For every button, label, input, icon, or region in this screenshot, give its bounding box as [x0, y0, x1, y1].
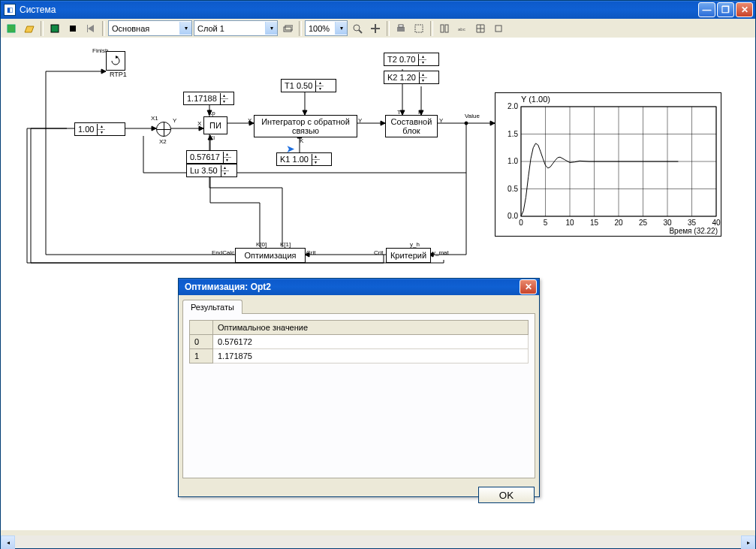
svg-text:35: 35	[688, 219, 697, 227]
port-label-k: K	[418, 109, 422, 116]
window-titlebar: ◧ Система — ❐ ✕	[1, 1, 755, 19]
window-title: Система	[20, 5, 698, 15]
app-window: ◧ Система — ❐ ✕ Основная▾ Слой 1▾ 100%▾ …	[0, 0, 756, 549]
optimization-block[interactable]: Оптимизация	[235, 248, 306, 263]
misc-button-2[interactable]	[490, 20, 507, 37]
minimize-button[interactable]: —	[698, 2, 715, 17]
ki-input[interactable]: 0.57617▴▾	[186, 150, 237, 164]
cursor-icon: ➤	[286, 143, 295, 155]
const-input[interactable]: 1.00▴▾	[74, 122, 125, 136]
ok-button[interactable]: OK	[478, 487, 535, 503]
chevron-down-icon: ▾	[335, 22, 347, 35]
port-label-x: X	[248, 117, 251, 124]
svg-text:0.0: 0.0	[508, 212, 518, 220]
grid-button[interactable]	[472, 20, 489, 37]
svg-line-9	[359, 30, 362, 33]
pan-button[interactable]	[367, 20, 384, 37]
svg-rect-3	[70, 26, 76, 32]
scroll-right-button[interactable]: ▸	[741, 535, 755, 549]
svg-text:Время (32.22): Время (32.22)	[669, 227, 718, 235]
results-header: Оптимальное значение	[213, 321, 529, 335]
port-label-x1: X1	[151, 115, 158, 122]
close-button[interactable]: ✕	[736, 2, 753, 17]
svg-marker-1	[25, 26, 34, 32]
pi-block[interactable]: ПИ	[203, 116, 227, 134]
open-button[interactable]	[21, 20, 38, 37]
port-label-t: T	[303, 109, 306, 116]
toolbar: Основная▾ Слой 1▾ 100%▾ abc	[1, 19, 755, 38]
rewind-button[interactable]	[83, 20, 99, 37]
criterion-block[interactable]: Критерий	[386, 248, 431, 263]
print-button[interactable]	[393, 20, 409, 37]
scroll-left-button[interactable]: ◂	[1, 535, 15, 549]
port-label-kp: Kp	[208, 110, 215, 116]
port-label-k1: K[1]	[280, 241, 291, 248]
misc-button-1[interactable]: abc	[454, 20, 471, 37]
port-label-y: Y	[173, 117, 176, 124]
svg-text:40: 40	[712, 219, 721, 227]
svg-rect-14	[445, 25, 448, 32]
port-label-ki: Ki	[209, 134, 215, 141]
t2-input[interactable]: T2 0.70▴▾	[384, 53, 439, 66]
lu-input[interactable]: Lu 3.50▴▾	[186, 164, 237, 177]
stop-button[interactable]	[65, 20, 81, 37]
horizontal-scrollbar[interactable]: ◂ ▸	[1, 535, 755, 548]
k1-input[interactable]: K1 1.00▴▾	[276, 152, 332, 166]
port-label-crit: Crit	[374, 249, 383, 256]
svg-text:2.0: 2.0	[508, 102, 518, 110]
dialog-title: Оптимизация: Opt2	[182, 282, 520, 292]
output-chart[interactable]: 05101520253035400.00.51.01.52.0Y (1.00)В…	[495, 92, 721, 237]
rtp-label: RTP1	[110, 71, 127, 78]
page-combo[interactable]: Основная▾	[108, 20, 192, 36]
k2-input[interactable]: K2 1.20▴▾	[384, 71, 439, 84]
results-table: Оптимальное значение 00.576172 11.171875	[189, 320, 529, 363]
summator[interactable]	[156, 122, 171, 137]
port-label-k0: K[0]	[256, 241, 267, 248]
svg-rect-11	[399, 25, 403, 27]
svg-text:10: 10	[565, 219, 574, 227]
tab-results[interactable]: Результаты	[182, 300, 242, 314]
layers-button[interactable]	[279, 20, 296, 37]
svg-text:0.5: 0.5	[508, 185, 518, 193]
svg-text:15: 15	[590, 219, 599, 227]
port-label-ymat: y_mat	[432, 249, 449, 256]
select-all-button[interactable]	[411, 20, 427, 37]
svg-text:5: 5	[544, 219, 548, 227]
dialog-close-button[interactable]: ✕	[520, 279, 537, 294]
t1-input[interactable]: T1 0.50▴▾	[281, 79, 336, 92]
chevron-down-icon: ▾	[179, 22, 191, 35]
svg-rect-0	[8, 25, 15, 32]
integrator-block[interactable]: Интегратор с обратной связью	[254, 115, 357, 137]
svg-text:20: 20	[614, 219, 623, 227]
run-button[interactable]	[47, 20, 63, 37]
port-label-crit: Crit	[306, 249, 315, 256]
port-label-yh: y_h	[410, 241, 420, 248]
svg-rect-5	[87, 25, 88, 32]
composite-block[interactable]: Составной блок	[385, 115, 438, 137]
port-label-value: Value	[465, 113, 480, 119]
svg-text:abc: abc	[458, 27, 465, 32]
zoom-button[interactable]	[349, 20, 366, 37]
kp-input[interactable]: 1.17188▴▾	[183, 92, 234, 105]
zoom-combo[interactable]: 100%▾	[305, 20, 348, 36]
new-button[interactable]	[3, 20, 20, 37]
svg-text:30: 30	[663, 219, 672, 227]
rtp-block[interactable]	[106, 51, 125, 71]
port-label-y: Y	[439, 117, 443, 124]
port-label-x2: X2	[159, 138, 167, 145]
svg-rect-10	[397, 27, 405, 32]
loop-icon	[110, 55, 122, 67]
svg-rect-16	[495, 26, 501, 32]
maximize-button[interactable]: ❐	[717, 2, 734, 17]
table-row: 00.576172	[190, 335, 529, 349]
app-icon: ◧	[4, 4, 16, 16]
svg-point-8	[354, 25, 360, 31]
diagram-canvas[interactable]: Finish RTP1 1.00▴▾ X1 X2 Y 1.17188▴▾ ПИ …	[1, 38, 755, 530]
table-row: 11.171875	[190, 349, 529, 363]
chevron-down-icon: ▾	[265, 22, 277, 35]
layer-combo[interactable]: Слой 1▾	[194, 20, 278, 36]
svg-rect-12	[415, 25, 423, 32]
port-label-k: K	[300, 137, 303, 144]
port-label-t: T	[397, 109, 401, 116]
align-button[interactable]	[436, 20, 453, 37]
